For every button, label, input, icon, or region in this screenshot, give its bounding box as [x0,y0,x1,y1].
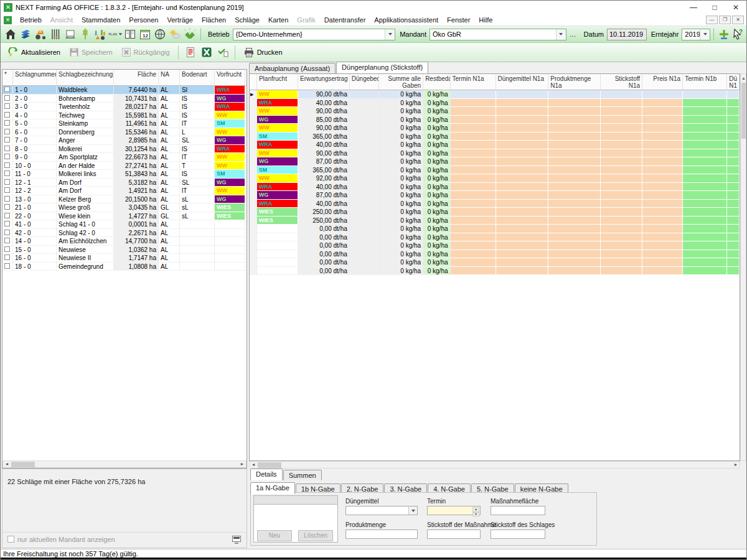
rueckgaengig-button[interactable]: Rückgängig [118,45,174,59]
cell-name[interactable]: Neuwiese [57,246,114,254]
cell-na[interactable]: AL [159,263,180,271]
schlag-row-8-0[interactable]: 8 - 0Molkerei30,1254 haALlSWRA [2,145,247,154]
cell-flaeche[interactable]: 1,4727 ha [114,212,159,221]
tractor-icon[interactable] [33,27,48,41]
cell-n1a_mittel[interactable] [496,90,549,99]
plan-row-9[interactable]: WG87,00 dt/ha0 kg/ha0 kg/ha [250,157,740,166]
cell-duengebedarf[interactable] [350,133,379,141]
cell-na[interactable]: AL [159,145,180,154]
cell-n1b_termin[interactable] [683,208,727,217]
column-header-select[interactable]: * [2,70,13,85]
cell-na[interactable]: AL [159,136,180,145]
cell-rest[interactable]: 0 kg/ha [423,208,450,217]
cell-n1a_termin[interactable] [451,217,496,225]
cell-name[interactable]: Am Eichhölzchen [57,237,114,246]
cell-n1a_stick[interactable] [601,107,642,116]
cell-na[interactable]: AL [159,187,180,195]
cell-duengebedarf[interactable] [350,116,379,124]
cell-summe[interactable]: 0 kg/ha [379,267,423,276]
cell-nr[interactable]: 3 - 0 [13,103,57,111]
cell-duengebedarf[interactable] [350,258,379,267]
cell-flaeche[interactable]: 1,0808 ha [114,263,159,271]
cell-planfrucht[interactable]: WG [257,191,298,200]
cell-bodenart[interactable] [180,237,215,246]
row-indicator-header[interactable] [250,74,257,90]
cell-n1_due[interactable] [727,157,740,166]
cell-n1b_termin[interactable] [683,267,727,276]
cell-flaeche[interactable]: 15,5346 ha [114,128,159,137]
cell-duengebedarf[interactable] [350,217,379,225]
cell-n1a_preis[interactable] [642,90,683,99]
row-checkbox[interactable] [2,145,13,154]
cell-n1a_preis[interactable] [642,241,683,250]
cell-rest[interactable]: 0 kg/ha [423,116,450,124]
cell-nr[interactable]: 12 - 2 [13,187,57,195]
cell-rest[interactable]: 0 kg/ha [423,124,450,133]
cell-n1_due[interactable] [727,183,740,192]
cell-duengebedarf[interactable] [350,124,379,133]
cell-n1a_termin[interactable] [451,183,496,192]
plan-row-8[interactable]: WW90,00 dt/ha0 kg/ha0 kg/ha [250,149,740,158]
spin-down-icon[interactable]: ▼ [472,512,479,517]
cell-n1a_termin[interactable] [451,208,496,217]
cell-nr[interactable]: 10 - 0 [13,162,57,170]
column-header-preis-n1a[interactable]: Preis N1a [642,74,683,90]
schlag-row-14-0[interactable]: 14 - 0Am Eichhölzchen14,7700 haAL [2,237,247,246]
cell-duengebedarf[interactable] [350,149,379,158]
menu-item-datentransfer[interactable]: Datentransfer [320,15,370,25]
cell-ertrag[interactable]: 85,00 dt/ha [298,116,350,124]
menu-item-fenster[interactable]: Fenster [443,15,474,25]
cell-planfrucht[interactable] [257,233,298,242]
plan-row-1[interactable]: ▶WW90,00 dt/ha0 kg/ha0 kg/ha [250,90,740,99]
cell-summe[interactable]: 0 kg/ha [379,107,423,116]
cell-n1a_menge[interactable] [548,267,601,276]
cell-rest[interactable]: 0 kg/ha [423,217,450,225]
tab-planung-2[interactable]: Düngerplanung (Stickstoff) [336,62,428,73]
cell-bodenart[interactable]: lS [180,103,215,111]
home-icon[interactable] [3,27,18,41]
cell-n1b_termin[interactable] [683,241,727,250]
cell-n1a_menge[interactable] [548,174,601,183]
plan-row-11[interactable]: WW92,00 dt/ha0 kg/ha0 kg/ha [250,174,740,183]
drucken-button[interactable]: Drucken [240,45,286,60]
cell-flaeche[interactable]: 51,3843 ha [114,170,159,179]
analysis-icon[interactable] [93,27,108,41]
cell-summe[interactable]: 0 kg/ha [379,174,423,183]
cell-rest[interactable]: 0 kg/ha [423,258,450,267]
cell-vorfrucht[interactable]: SM [215,170,245,179]
cell-vorfrucht[interactable]: WW [215,153,245,162]
cell-nr[interactable]: 41 - 0 [13,220,57,229]
cell-bodenart[interactable]: L [180,128,215,137]
cell-flaeche[interactable]: 5,3182 ha [114,179,159,187]
cell-n1a_termin[interactable] [451,258,496,267]
plan-row-17[interactable]: 0,00 dt/ha0 kg/ha0 kg/ha [250,225,740,233]
cell-summe[interactable]: 0 kg/ha [379,141,423,149]
row-indicator[interactable] [250,183,257,192]
cell-name[interactable]: Waldbleek [57,86,114,95]
cell-name[interactable]: Gemeindegrund [57,263,114,271]
cell-n1a_preis[interactable] [642,99,683,108]
cell-n1a_stick[interactable] [601,233,642,242]
wheat-icon[interactable] [78,27,93,41]
row-checkbox[interactable] [2,220,13,229]
plan-row-22[interactable]: 0,00 dt/ha0 kg/ha0 kg/ha [250,267,740,276]
cell-duengebedarf[interactable] [350,157,379,166]
cell-n1_due[interactable] [727,250,740,259]
cell-n1a_preis[interactable] [642,107,683,116]
row-checkbox[interactable] [2,212,13,221]
cell-flaeche[interactable]: 1,0362 ha [114,246,159,254]
cell-n1a_mittel[interactable] [496,141,549,149]
calendar-icon[interactable]: 12 [138,27,153,41]
cell-name[interactable]: Am Sportplatz [57,153,114,162]
cell-nr[interactable]: 9 - 0 [13,153,57,162]
monitor-icon[interactable] [232,535,242,544]
cell-duengebedarf[interactable] [350,267,379,276]
cell-na[interactable]: GL [159,212,180,221]
cell-vorfrucht[interactable]: WIES [215,212,245,221]
cell-n1a_termin[interactable] [451,99,496,108]
stickstoff-schlag-field[interactable] [491,530,545,539]
cell-duengebedarf[interactable] [350,233,379,242]
schlag-row-5-0[interactable]: 5 - 0Steinkamp11,4961 haALlTSM [2,119,247,128]
plan-row-12[interactable]: WRA40,00 dt/ha0 kg/ha0 kg/ha [250,183,740,192]
tab-planung-1[interactable]: Anbauplanung (Aussaat) [249,63,336,73]
